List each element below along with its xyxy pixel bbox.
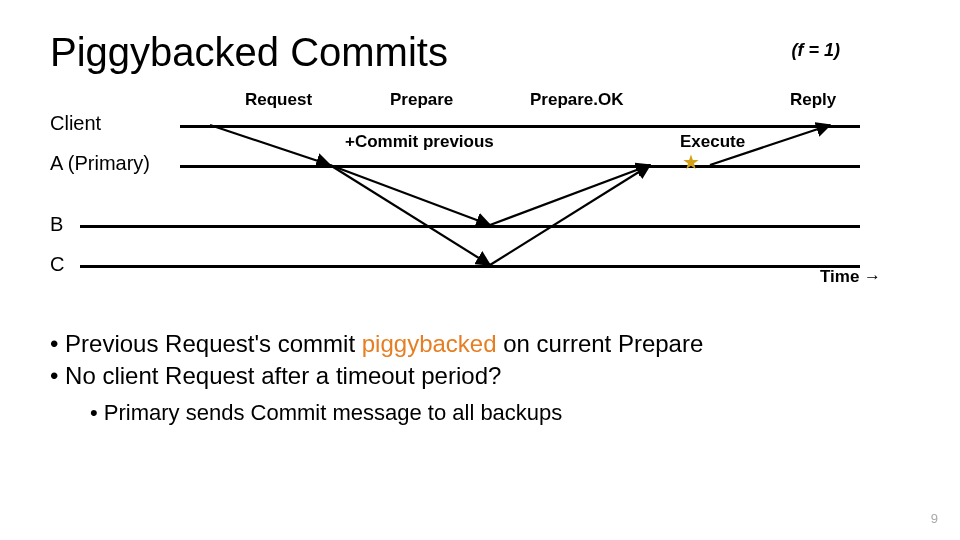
- f-equation: (f = 1): [791, 40, 840, 61]
- message-arrows: [50, 90, 910, 290]
- svg-line-0: [210, 125, 330, 165]
- page-title: Piggybacked Commits: [50, 30, 910, 75]
- bullet-list: • Previous Request's commit piggybacked …: [50, 330, 703, 430]
- bullet-2-sub: • Primary sends Commit message to all ba…: [90, 400, 703, 426]
- bullet-1: • Previous Request's commit piggybacked …: [50, 330, 703, 358]
- bullet-1-piggy: piggybacked: [362, 330, 497, 357]
- bullet-1-post: on current Prepare: [497, 330, 704, 357]
- page-number: 9: [931, 511, 938, 526]
- bullet-2: • No client Request after a timeout peri…: [50, 362, 703, 390]
- svg-line-5: [710, 125, 830, 165]
- bullet-2-sub-text: Primary sends Commit message to all back…: [104, 400, 563, 425]
- bullet-2-text: No client Request after a timeout period…: [65, 362, 501, 389]
- bullet-1-pre: Previous Request's commit: [65, 330, 362, 357]
- sequence-diagram: Request Prepare Prepare.OK Reply Client …: [50, 90, 910, 290]
- slide: Piggybacked Commits (f = 1) Request Prep…: [0, 0, 960, 540]
